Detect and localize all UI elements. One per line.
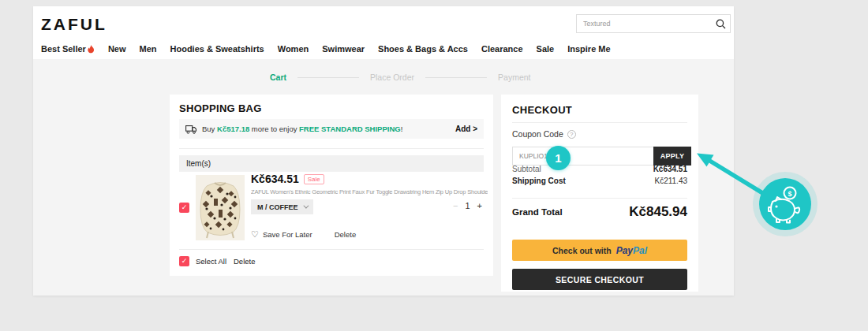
shipping-highlight: FREE STANDARD SHIPPING xyxy=(299,125,401,133)
quantity-decrease-button[interactable]: − xyxy=(453,201,458,210)
item-price: Kč634.51 xyxy=(251,173,299,185)
nav-item-sale[interactable]: Sale xyxy=(537,44,555,54)
nav-item-inspire-me[interactable]: Inspire Me xyxy=(567,44,610,54)
delete-item-link[interactable]: Delete xyxy=(335,230,356,239)
svg-text:$: $ xyxy=(788,190,791,198)
grand-total-row: Grand Total Kč845.94 xyxy=(512,204,687,220)
subtotal-row: Subtotal Kč634.51 xyxy=(512,165,687,173)
divider xyxy=(179,148,484,149)
grand-total-value: Kč845.94 xyxy=(629,204,687,220)
site-header: ZAFUL Best Seller New Men Hoodies & Swea… xyxy=(33,6,734,59)
shopping-bag-panel: SHOPPING BAG Buy Kč517.18 more to enjoy … xyxy=(170,95,493,276)
paypal-logo: PayPal xyxy=(616,245,647,256)
zaful-logo[interactable]: ZAFUL xyxy=(41,15,107,34)
product-image[interactable] xyxy=(196,175,245,240)
quantity-stepper: − 1 + xyxy=(453,201,482,210)
paypal-checkout-button[interactable]: Check out with PayPal xyxy=(512,240,687,261)
nav-item-best-seller[interactable]: Best Seller xyxy=(41,44,95,54)
step-payment: Payment xyxy=(498,73,530,82)
quantity-value: 1 xyxy=(465,201,470,210)
nav-item-clearance[interactable]: Clearance xyxy=(481,44,523,54)
price-row: Kč634.51 Sale xyxy=(251,173,324,185)
item-description[interactable]: ZAFUL Women's Ethnic Geometric Print Fau… xyxy=(251,188,488,195)
piggy-bank-icon: $ xyxy=(753,172,817,236)
step-divider xyxy=(297,77,359,78)
apply-coupon-button[interactable]: APPLY xyxy=(653,147,691,166)
truck-icon xyxy=(185,125,197,134)
checkout-steps: Cart Place Order Payment xyxy=(270,73,530,82)
nav-item-hoodies[interactable]: Hoodies & Sweatshirts xyxy=(170,44,264,54)
chevron-down-icon xyxy=(303,203,309,209)
nav-item-women[interactable]: Women xyxy=(278,44,309,54)
grand-total-label: Grand Total xyxy=(512,207,563,217)
add-more-link[interactable]: Add > xyxy=(455,125,477,133)
flame-icon xyxy=(88,45,95,54)
nav-item-swimwear[interactable]: Swimwear xyxy=(322,44,365,54)
select-all-label[interactable]: Select All xyxy=(196,257,226,266)
secure-checkout-button[interactable]: SECURE CHECKOUT xyxy=(512,269,687,290)
heart-icon: ♡ xyxy=(251,229,259,240)
delete-selected-link[interactable]: Delete xyxy=(234,257,255,266)
item-actions: ♡ Save For Later Delete xyxy=(251,229,356,240)
search-box xyxy=(576,14,731,33)
step-divider xyxy=(425,77,487,78)
coupon-label-text: Coupon Code xyxy=(512,129,563,139)
divider xyxy=(512,198,687,199)
sale-badge: Sale xyxy=(304,174,324,184)
save-for-later-link[interactable]: Save For Later xyxy=(263,230,312,239)
step-cart[interactable]: Cart xyxy=(270,73,286,82)
nav-item-men[interactable]: Men xyxy=(140,44,157,54)
page-container: ZAFUL Best Seller New Men Hoodies & Swea… xyxy=(33,6,734,296)
search-input[interactable] xyxy=(577,20,711,28)
search-icon[interactable] xyxy=(711,19,730,29)
subtotal-value: Kč634.51 xyxy=(653,165,687,173)
items-header: Item(s) xyxy=(179,155,484,172)
coupon-code-label: Coupon Code ? xyxy=(512,129,576,139)
select-all-checkbox[interactable]: ✓ xyxy=(179,256,189,266)
item-checkbox[interactable]: ✓ xyxy=(179,203,189,213)
variant-selector[interactable]: M / COFFEE xyxy=(251,199,313,214)
help-icon[interactable]: ? xyxy=(567,130,576,139)
shipping-offer-text: Buy Kč517.18 more to enjoy FREE STANDARD… xyxy=(202,125,402,133)
shipping-cost-value: Kč211.43 xyxy=(654,177,687,185)
free-shipping-banner: Buy Kč517.18 more to enjoy FREE STANDARD… xyxy=(179,119,484,139)
step-place-order: Place Order xyxy=(370,73,414,82)
subtotal-label: Subtotal xyxy=(512,165,541,173)
main-nav: Best Seller New Men Hoodies & Sweatshirt… xyxy=(41,44,611,54)
checkout-title: CHECKOUT xyxy=(512,104,572,116)
quantity-increase-button[interactable]: + xyxy=(477,201,482,210)
shopping-bag-title: SHOPPING BAG xyxy=(179,102,262,114)
divider xyxy=(179,249,484,250)
divider xyxy=(512,122,687,123)
shipping-row: Shipping Cost Kč211.43 xyxy=(512,177,687,185)
shipping-amount: Kč517.18 xyxy=(217,125,249,133)
zaful-cart-page: ZAFUL Best Seller New Men Hoodies & Swea… xyxy=(0,0,868,331)
shipping-cost-label: Shipping Cost xyxy=(512,177,566,185)
paypal-button-text: Check out with xyxy=(552,246,612,255)
checkout-panel: CHECKOUT Coupon Code ? APPLY 1 Subtotal … xyxy=(501,95,698,292)
nav-item-new[interactable]: New xyxy=(108,44,126,54)
variant-value: M / COFFEE xyxy=(257,203,298,211)
nav-item-label: Best Seller xyxy=(41,44,86,54)
nav-item-shoes-bags[interactable]: Shoes & Bags & Accs xyxy=(378,44,468,54)
